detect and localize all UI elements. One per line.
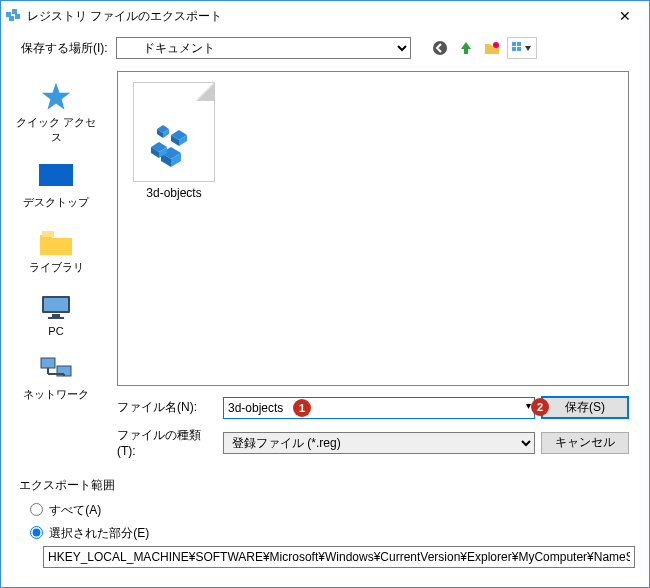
svg-rect-3 [15,14,20,19]
location-dropdown[interactable]: ドキュメント [116,37,411,59]
close-button[interactable]: ✕ [605,8,645,24]
back-icon[interactable] [429,37,451,59]
libraries-icon [36,226,76,258]
annotation-badge-2: 2 [531,398,549,416]
annotation-badge-1: 1 [293,399,311,417]
place-label: デスクトップ [23,195,89,210]
desktop-icon [36,161,76,193]
svg-rect-17 [41,358,55,368]
place-pc[interactable]: PC [11,287,101,341]
export-all-option[interactable]: すべて(A) [25,500,631,519]
svg-point-4 [433,41,447,55]
file-listing[interactable]: 3d-objects [117,71,629,386]
place-libraries[interactable]: ライブラリ [11,222,101,279]
filetype-dropdown[interactable]: 登録ファイル (*.reg) [223,432,535,454]
save-button[interactable]: 保存(S) [541,396,629,419]
filetype-label: ファイルの種類(T): [117,427,217,458]
export-path-input[interactable] [43,546,635,568]
pc-icon [36,291,76,323]
network-icon [36,353,76,385]
regfile-icon [133,82,215,182]
svg-rect-14 [44,298,68,311]
svg-rect-16 [48,317,64,319]
svg-rect-1 [12,9,17,14]
title-bar: レジストリ ファイルのエクスポート ✕ [1,1,649,31]
filename-label: ファイル名(N): [117,399,217,416]
svg-rect-9 [517,47,521,51]
file-item[interactable]: 3d-objects [128,82,220,200]
places-bar: クイック アクセス デスクトップ ライブラリ PC ネットワーク [1,65,111,464]
window-title: レジストリ ファイルのエクスポート [27,8,605,25]
place-label: PC [48,325,63,337]
svg-rect-6 [512,42,516,46]
svg-rect-8 [512,47,516,51]
file-item-label: 3d-objects [146,186,201,200]
svg-rect-7 [517,42,521,46]
cancel-button[interactable]: キャンセル [541,432,629,454]
svg-rect-10 [39,164,73,186]
place-label: ライブラリ [29,260,84,275]
regedit-icon [5,8,21,24]
export-selected-option[interactable]: 選択された部分(E) [25,523,631,542]
svg-rect-2 [9,16,14,21]
filename-input[interactable] [223,397,535,419]
svg-rect-15 [52,314,60,317]
save-in-label: 保存する場所(I): [21,40,108,57]
up-icon[interactable] [455,37,477,59]
new-folder-icon[interactable] [481,37,503,59]
place-quick-access[interactable]: クイック アクセス [11,77,101,149]
svg-point-5 [493,42,499,48]
place-network[interactable]: ネットワーク [11,349,101,406]
place-desktop[interactable]: デスクトップ [11,157,101,214]
toolbar: 保存する場所(I): ドキュメント [1,31,649,65]
svg-rect-12 [42,231,54,237]
export-range-group: エクスポート範囲 すべて(A) 選択された部分(E) [9,469,641,580]
export-range-title: エクスポート範囲 [19,477,631,494]
star-icon [36,81,76,113]
place-label: クイック アクセス [11,115,101,145]
views-icon[interactable] [507,37,537,59]
place-label: ネットワーク [23,387,89,402]
